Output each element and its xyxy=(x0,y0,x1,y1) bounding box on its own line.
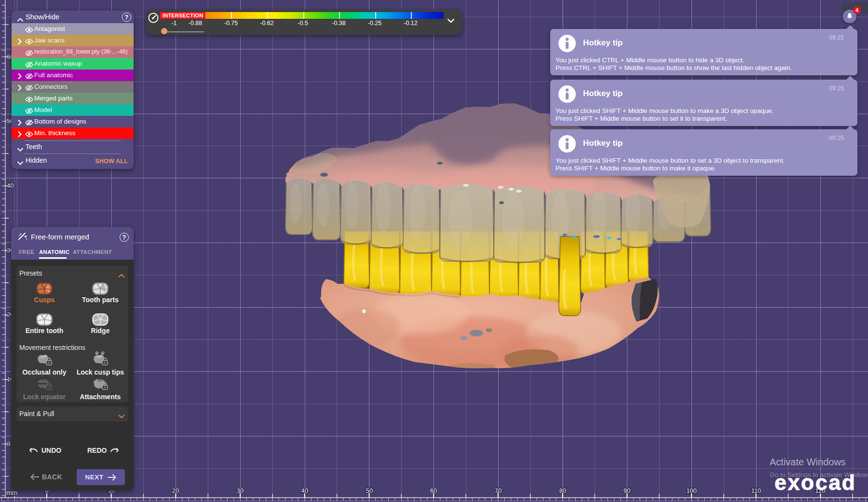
svg-text:60: 60 xyxy=(430,487,437,494)
svg-text:30: 30 xyxy=(237,487,244,494)
svg-text:40: 40 xyxy=(7,182,14,189)
svg-text:100: 100 xyxy=(686,487,697,494)
svg-text:70: 70 xyxy=(495,487,502,494)
svg-text:40: 40 xyxy=(301,487,308,494)
svg-text:0: 0 xyxy=(7,440,10,447)
svg-text:90: 90 xyxy=(624,487,630,494)
svg-text:50: 50 xyxy=(366,487,373,494)
svg-text:80: 80 xyxy=(559,487,566,494)
svg-text:110: 110 xyxy=(751,487,761,494)
svg-text:20: 20 xyxy=(172,487,179,494)
